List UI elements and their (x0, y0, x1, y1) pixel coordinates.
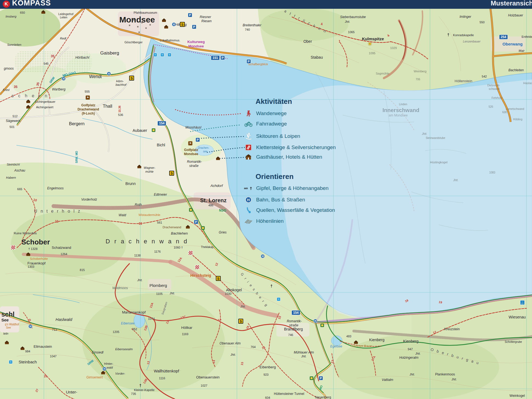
map-label: Ober (303, 39, 312, 43)
map-label: Edtmeier (154, 193, 167, 196)
map-label: 713 (52, 328, 57, 331)
ski-bus-badge: S (238, 319, 243, 324)
map-label: Egelsee (330, 345, 342, 348)
spring-icon (241, 207, 256, 213)
map-label: Frauenkopf (27, 261, 46, 265)
map-label: 764 (251, 346, 256, 349)
map-label: schl (1, 311, 15, 318)
map-label: Schottergrube (505, 341, 522, 343)
map-canvas[interactable]: MondseePfahlbaumuseumGöschlbergerLokalba… (0, 0, 532, 399)
map-label: 1264 (61, 253, 67, 256)
via-ferrata-icon (188, 251, 193, 255)
map-label: Valtlalm (382, 378, 393, 381)
map-label: Holzinger Bauer (351, 344, 372, 347)
map-label: leitn (3, 332, 8, 335)
map-label: 13 (147, 361, 150, 365)
map-label: Drachenwand (163, 226, 181, 229)
map-label: Plankenmoos (435, 373, 455, 376)
legend-item: 885Gipfel, Berge & Höhenangaben (241, 184, 329, 192)
map-label: 630 (502, 111, 507, 114)
parking-badge: P (194, 220, 198, 224)
map-label: See (6, 326, 11, 329)
map-label: Romantik- (287, 320, 302, 323)
map-label: mühle (145, 170, 154, 173)
map-label: Jhtt. (240, 305, 246, 308)
map-label: 10,36 (118, 106, 121, 112)
map-label: Sonnleiten (7, 43, 21, 46)
map-label: schwand (489, 88, 499, 90)
map-label: Obenauerstein (196, 375, 219, 379)
map-label: Schatzwand (52, 246, 71, 249)
map-label: 984 (25, 350, 30, 353)
map-label: Redl (60, 37, 66, 40)
parking-badge: P (196, 138, 200, 142)
map-label: Wistaudermühle (138, 213, 160, 216)
map-label: Leidingerhof (58, 13, 73, 16)
hut-icon (5, 341, 9, 344)
brand-title[interactable]: KOMPASS (12, 0, 51, 7)
map-label: 542 (482, 75, 487, 78)
map-label: Aubauer (133, 129, 147, 132)
water-activity-icon: ≈ (168, 53, 171, 57)
map-label: Mair (519, 49, 524, 52)
hut-icon (137, 165, 142, 169)
map-label: am Mondsee (389, 114, 408, 117)
map-label: 740 (245, 28, 250, 31)
map-label: Nasenberg (315, 396, 331, 399)
map-label: 1060 † (174, 246, 183, 249)
svg-text:H: H (247, 198, 250, 202)
map-label: Weinkogel (510, 394, 525, 397)
map-label: Holzbauer (508, 14, 523, 17)
map-label: s c h e r n (12, 94, 49, 98)
ski-icon (241, 132, 256, 140)
map-label: Roth (135, 203, 142, 206)
viewpoint-sun-icon: ☀ (367, 41, 372, 47)
map-label: Holzingeralm (399, 356, 418, 359)
legend-item-label: Bahn, Bus & Straßen (256, 197, 305, 203)
map-label: Einsiedl (92, 351, 103, 354)
map-label: Schoberhütte (30, 257, 48, 260)
map-label: Gries (219, 231, 227, 234)
golf-icon: ⚑ (86, 96, 90, 100)
bus-stop-badge: H (261, 254, 265, 258)
map-label: 483 (346, 335, 351, 338)
map-label: Wartberg (52, 88, 65, 91)
map-label: Fehrholz (492, 97, 502, 99)
map-label: 1205 (113, 330, 119, 334)
map-label: Pfahlbaumuseum (134, 11, 157, 14)
map-label: Imlinger (460, 15, 471, 18)
guidepost-icon (152, 129, 155, 132)
map-label: Höllkar (181, 326, 192, 329)
parking-badge: P (188, 13, 192, 17)
map-label: Linden (399, 103, 407, 106)
kompass-logo-icon[interactable]: K (3, 1, 10, 8)
map-label: Sagmühle (376, 72, 389, 75)
map-label: see (203, 150, 207, 153)
legend-item: Fahrradwege (241, 120, 287, 128)
map-label: D r a c h e n w a n d (106, 238, 188, 244)
map-label: 746 (288, 334, 293, 337)
map-label: Hirschsteig (190, 273, 211, 277)
parking-badge: P (220, 56, 225, 60)
map-label: Brunn (125, 182, 135, 186)
map-label: Schafbergblick (248, 63, 268, 66)
map-label: Jhtt. (453, 179, 459, 182)
map-label: Entfelden (522, 35, 532, 38)
map-label: Riesen (201, 19, 211, 23)
bus-stop-badge: H (107, 72, 111, 76)
legend-item: Wanderwege (241, 109, 287, 118)
map-label: Höllenstein (455, 79, 472, 83)
legend-activities-title: Aktivitäten (256, 97, 292, 106)
map-label: Haslach (523, 82, 532, 85)
map-label: Golfplatz (184, 148, 198, 152)
contour-icon (241, 218, 256, 224)
hut-icon (20, 346, 25, 350)
hut-icon (354, 340, 358, 344)
map-label: Drachen- (198, 147, 209, 149)
map-label: (9-Loch) (82, 112, 95, 115)
water-activity-icon: ≈ (9, 360, 13, 364)
map-label: Jhtt. (301, 355, 307, 358)
bus-stop-badge: H (103, 367, 107, 371)
water-activity-icon: ≈ (277, 297, 281, 301)
parking-badge: P (192, 25, 196, 29)
